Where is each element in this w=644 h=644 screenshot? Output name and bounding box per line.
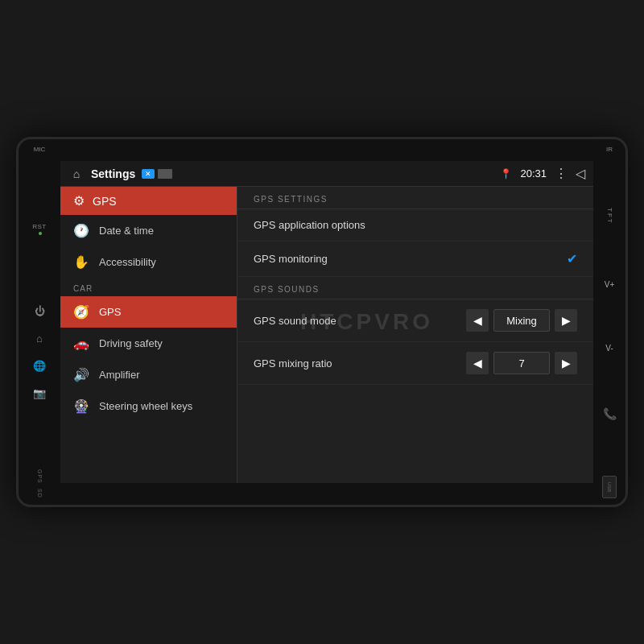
status-time: 20:31 bbox=[520, 167, 547, 180]
gps-settings-header: GPS SETTINGS bbox=[237, 187, 593, 209]
sidebar-gps-label: GPS bbox=[99, 306, 121, 318]
status-left: ⌂ Settings ✕ bbox=[68, 166, 172, 182]
sidebar-steering-label: Steering wheel keys bbox=[99, 400, 192, 412]
check-icon: ✔ bbox=[567, 251, 577, 266]
page-title: Settings bbox=[91, 167, 135, 180]
badge-img bbox=[158, 169, 172, 179]
badge-blue: ✕ bbox=[142, 169, 155, 179]
content-panel: GPS SETTINGS GPS application options GPS… bbox=[237, 187, 593, 483]
volume-down-button[interactable]: V- bbox=[605, 344, 613, 353]
accessibility-icon: ✋ bbox=[73, 254, 89, 270]
mixing-ratio-next-button[interactable]: ▶ bbox=[555, 352, 577, 374]
usb-label: USB bbox=[607, 482, 612, 492]
gps-top-label: GPS bbox=[93, 195, 117, 208]
gps-sound-mode-row: GPS sound mode ◀ Mixing ▶ bbox=[237, 299, 593, 342]
sound-mode-next-button[interactable]: ▶ bbox=[555, 309, 577, 332]
gps-monitoring-row[interactable]: GPS monitoring ✔ bbox=[237, 242, 593, 277]
sidebar-item-accessibility[interactable]: ✋ Accessibility bbox=[60, 246, 237, 278]
left-panel: MIC RST ⏻ ⌂ 🌐 📷 GPS SD bbox=[19, 139, 60, 505]
amplifier-icon: 🔊 bbox=[73, 367, 89, 382]
sidebar-datetime-label: Date & time bbox=[99, 225, 154, 237]
right-panel: IR TFT V+ V- 📞 USB bbox=[593, 139, 625, 505]
volume-up-button[interactable]: V+ bbox=[605, 280, 615, 289]
left-icons: ⏻ ⌂ 🌐 📷 bbox=[31, 303, 47, 402]
rst-indicator bbox=[39, 232, 42, 235]
sidebar-item-amplifier[interactable]: 🔊 Amplifier bbox=[60, 359, 237, 390]
home-side-button[interactable]: ⌂ bbox=[31, 331, 47, 347]
sound-mode-prev-button[interactable]: ◀ bbox=[466, 309, 489, 332]
car-section-label: CAR bbox=[60, 278, 237, 296]
pin-icon: 📍 bbox=[500, 168, 512, 180]
back-icon[interactable]: ◁ bbox=[576, 166, 585, 181]
home-icon[interactable]: ⌂ bbox=[68, 166, 85, 182]
main-content: ⚙ GPS 🕐 Date & time ✋ Accessibility CAR bbox=[60, 187, 593, 483]
sidebar-item-gps-top[interactable]: ⚙ GPS bbox=[60, 187, 237, 215]
settings-icon: ⚙ bbox=[73, 193, 85, 208]
sidebar-accessibility-label: Accessibility bbox=[99, 256, 156, 268]
sd-side-label: SD bbox=[37, 489, 43, 498]
overflow-menu-icon[interactable]: ⋮ bbox=[555, 166, 568, 181]
phone-button[interactable]: 📞 bbox=[603, 407, 617, 420]
ir-label: IR bbox=[606, 146, 613, 153]
sidebar-item-gps[interactable]: 🧭 GPS bbox=[60, 296, 237, 328]
globe-button[interactable]: 🌐 bbox=[31, 358, 47, 374]
sidebar: ⚙ GPS 🕐 Date & time ✋ Accessibility CAR bbox=[60, 187, 237, 483]
gps-app-options-row[interactable]: GPS application options bbox=[237, 209, 593, 242]
gps-monitoring-label: GPS monitoring bbox=[254, 253, 328, 265]
mixing-ratio-prev-button[interactable]: ◀ bbox=[466, 352, 489, 374]
sidebar-item-datetime[interactable]: 🕐 Date & time bbox=[60, 215, 237, 246]
gps-mixing-ratio-row: GPS mixing ratio ◀ 7 ▶ bbox=[237, 342, 593, 385]
usb-port: USB bbox=[602, 476, 617, 498]
mixing-ratio-value: 7 bbox=[493, 352, 550, 374]
gps-sound-mode-label: GPS sound mode bbox=[254, 315, 336, 327]
car-icon: 🚗 bbox=[73, 336, 89, 351]
status-bar: ⌂ Settings ✕ 📍 20:31 ⋮ ◁ bbox=[60, 161, 593, 187]
sidebar-driving-label: Driving safety bbox=[99, 337, 163, 349]
tft-label: TFT bbox=[606, 208, 613, 225]
power-button[interactable]: ⏻ bbox=[31, 303, 47, 320]
screen: HTCPVRO ⌂ Settings ✕ 📍 20:31 ⋮ ◁ bbox=[60, 161, 593, 483]
sound-mode-value: Mixing bbox=[493, 309, 550, 332]
gps-app-options-label: GPS application options bbox=[254, 219, 365, 231]
status-right: 📍 20:31 ⋮ ◁ bbox=[500, 166, 585, 181]
gps-sound-mode-controls: ◀ Mixing ▶ bbox=[466, 309, 577, 332]
camera-button[interactable]: 📷 bbox=[31, 386, 47, 402]
rst-label: RST bbox=[32, 223, 47, 230]
sidebar-amplifier-label: Amplifier bbox=[99, 369, 140, 381]
sidebar-item-driving[interactable]: 🚗 Driving safety bbox=[60, 328, 237, 359]
sidebar-item-steering[interactable]: 🎡 Steering wheel keys bbox=[60, 390, 237, 422]
gps-mixing-ratio-controls: ◀ 7 ▶ bbox=[466, 352, 577, 374]
steering-icon: 🎡 bbox=[73, 398, 89, 414]
gps-sounds-header: GPS SOUNDS bbox=[237, 277, 593, 299]
gps-icon: 🧭 bbox=[73, 304, 89, 320]
gps-mixing-ratio-label: GPS mixing ratio bbox=[254, 357, 332, 369]
gps-monitoring-right: ✔ bbox=[567, 251, 577, 266]
car-stereo-device: MIC RST ⏻ ⌂ 🌐 📷 GPS SD HTCPVRO ⌂ Setting… bbox=[16, 137, 628, 507]
mic-label: MIC bbox=[34, 146, 46, 153]
clock-icon: 🕐 bbox=[73, 223, 89, 238]
gps-side-label: GPS bbox=[37, 469, 43, 484]
status-badges: ✕ bbox=[142, 169, 172, 179]
